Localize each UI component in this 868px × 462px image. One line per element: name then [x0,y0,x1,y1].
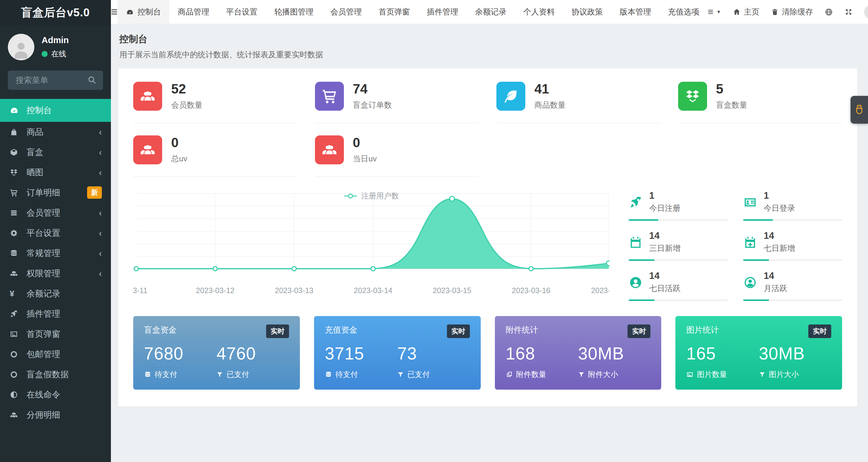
sidebar-item-free-shipping[interactable]: 包邮管理 [0,344,111,364]
image-icon [10,330,27,338]
chart-legend[interactable]: 注册用户数 [133,191,610,201]
chevron-left-icon: ‹ [99,268,102,279]
adjust-icon [10,391,27,399]
sidebar-item-plugins[interactable]: 插件管理 [0,304,111,324]
fund-card-title: 盲盒资金 [144,324,177,335]
sidebar-item-label: 分佣明细 [27,409,60,421]
sidebar-item-home-popup[interactable]: 首页弹窗 [0,324,111,344]
tab-versions[interactable]: 版本管理 [611,0,659,24]
quick-stat-label: 七日新增 [764,243,795,254]
registered-users-chart: 注册用户数 [133,190,610,296]
tab-balance-log[interactable]: 余额记录 [467,0,515,24]
tab-dashboard[interactable]: 控制台 [118,0,169,24]
sidebar-item-photos[interactable]: 晒图 ‹ [0,162,111,182]
progress-bar [629,259,727,261]
fund-card-attachment-stats: 附件统计 实时 168 附件数量 30MB 附件大小 [495,316,661,389]
sidebar-item-commission[interactable]: 分佣明细 [0,405,111,425]
sidebar-toggle-button[interactable]: ≡ [111,0,118,24]
x-tick-label: 03-11 [133,286,147,295]
sidebar-item-label: 会员管理 [27,207,60,219]
funnel-icon [397,371,404,378]
tab-plugins[interactable]: 插件管理 [418,0,467,24]
cart-icon [315,82,344,111]
tab-agreements[interactable]: 协议政策 [563,0,611,24]
sidebar-item-balance-log[interactable]: ¥ 余额记录 [0,284,111,304]
users-icon [133,82,162,111]
sidebar-item-orders[interactable]: 订单明细 新 [0,182,111,203]
tab-label: 会员管理 [330,7,362,17]
progress-bar [743,299,842,301]
sidebar-item-label: 平台设置 [27,227,60,239]
search-icon[interactable] [87,75,97,85]
list-icon [10,209,27,217]
language-button[interactable] [825,8,833,16]
quick-stat-value: 14 [649,271,681,281]
quick-stat-today-login: 1 今日登录 [743,191,842,221]
sidebar-item-label: 盲盒 [27,147,43,158]
user-panel: Admin 在线 [0,25,111,68]
sidebar-item-permissions[interactable]: 权限管理 ‹ [0,263,111,284]
quick-stat-value: 14 [764,231,795,240]
nav-tabs: 控制台 商品管理 平台设置 轮播图管理 会员管理 首页弹窗 插件管理 余额记录 … [118,0,708,24]
sidebar-item-label: 晒图 [27,167,43,178]
tab-home-popup[interactable]: 首页弹窗 [370,0,418,24]
stat-value: 52 [171,82,203,95]
tab-recharge-options[interactable]: 充值选项 [659,0,708,24]
x-tick-label: 2023-03-14 [354,286,393,295]
user-menu[interactable]: Admin [864,5,868,19]
quick-stat-value: 1 [764,191,795,200]
person-icon [866,8,868,19]
tab-label: 商品管理 [178,7,209,17]
page-subtitle: 用于展示当前系统中的统计数据、统计报表及重要实时数据 [119,50,856,60]
stat-value: 0 [353,136,377,149]
progress-fill [743,299,769,301]
tab-members[interactable]: 会员管理 [322,0,370,24]
funnel-icon [216,371,223,378]
fund-value: 73 [397,345,470,362]
home-button[interactable]: 主页 [733,7,760,17]
quick-stats: 1 今日注册 1 今日登录 14 三日新增 [629,190,842,301]
yen-icon: ¥ [10,289,27,298]
realtime-badge: 实时 [447,324,470,338]
fund-label: 已支付 [407,369,430,379]
sidebar-item-members[interactable]: 会员管理 ‹ [0,203,111,223]
progress-bar [629,299,727,301]
quick-stat-label: 今日登录 [764,203,795,213]
progress-bar [743,259,842,261]
id-card-icon [743,195,757,209]
chevron-left-icon: ‹ [99,208,102,218]
app-logo: 盲盒后台v5.0 [0,0,111,25]
sidebar-item-label: 首页弹窗 [27,328,60,340]
sidebar-item-general[interactable]: 常规管理 ‹ [0,243,111,263]
chart-line [136,199,609,269]
tab-platform-settings[interactable]: 平台设置 [218,0,266,24]
fullscreen-button[interactable] [844,8,852,16]
quick-stat-label: 七日活跃 [649,283,681,294]
cube-icon [10,148,27,156]
shopping-bag-icon [10,128,27,136]
fund-value: 3715 [325,345,397,362]
floating-usb-widget[interactable] [850,96,868,124]
tab-goods-management[interactable]: 商品管理 [169,0,218,24]
tab-profile[interactable]: 个人资料 [515,0,563,24]
avatar [864,5,868,19]
sidebar-item-platform-settings[interactable]: 平台设置 ‹ [0,223,111,243]
fund-card-title: 附件统计 [506,324,538,335]
database-icon [144,371,151,378]
stat-cards: 52 会员数量 74 盲盒订单数 41 商品数量 5 盲盒数量 0 总u [133,82,842,189]
chart-data-points[interactable] [134,196,610,271]
fund-card-blindbox-funds: 盲盒资金 实时 7680 待支付 4760 已支付 [133,316,300,389]
clear-cache-button[interactable]: 清除缓存 [771,7,813,17]
sidebar-item-dashboard[interactable]: 控制台 [0,99,111,122]
sidebar-item-blindbox[interactable]: 盲盒 ‹ [0,142,111,162]
stat-label: 当日uv [353,153,377,164]
tab-list-dropdown-button[interactable]: ≡▼ [708,6,721,18]
fund-value: 168 [506,345,578,362]
stat-label: 会员数量 [171,100,203,110]
fund-value: 4760 [216,345,289,362]
sidebar-item-fake-data[interactable]: 盲盒假数据 [0,364,111,384]
fund-label: 待支付 [155,369,177,379]
tab-carousel[interactable]: 轮播图管理 [266,0,322,24]
sidebar-item-goods[interactable]: 商品 ‹ [0,122,111,142]
sidebar-item-online-command[interactable]: 在线命令 [0,384,111,405]
